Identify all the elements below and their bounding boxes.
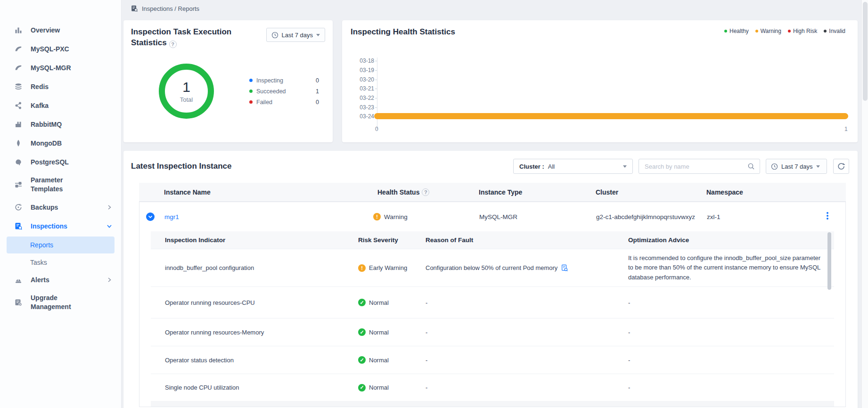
cluster-filter-label: Cluster : <box>519 163 544 170</box>
column-header-instance-type: Instance Type <box>479 183 522 202</box>
sidebar-item-redis[interactable]: Redis <box>0 77 121 96</box>
sidebar-item-reports[interactable]: Reports <box>7 237 115 253</box>
severity-cell: !Early Warning <box>358 249 407 286</box>
sidebar-item-label: Reports <box>30 241 53 249</box>
legend-dot <box>249 100 253 104</box>
table-row: mgr1 !Warning MySQL-MGR g2-c1-abcdefghij… <box>139 202 845 231</box>
column-header-advice: Optimization Advice <box>628 231 689 249</box>
legend-label: Warning <box>761 28 781 34</box>
y-axis-label: 03-24 <box>352 113 374 120</box>
legend-value: 0 <box>316 77 319 84</box>
help-icon[interactable]: ? <box>422 188 429 196</box>
page-scrollbar-thumb[interactable] <box>863 2 868 101</box>
sidebar-item-rabbitmq[interactable]: RabbitMQ <box>0 115 121 134</box>
sidebar-item-label: Redis <box>31 82 49 91</box>
subtable-row: Operator status detection ✓Normal - - <box>151 346 834 374</box>
advice-cell: - <box>628 346 630 374</box>
sidebar-item-overview[interactable]: Overview <box>0 21 121 40</box>
sidebar-item-label: PostgreSQL <box>31 158 69 167</box>
legend-dot <box>249 90 253 93</box>
instance-name-link[interactable]: mgr1 <box>164 202 179 231</box>
latest-inspection-card: Latest Inspection Instance Cluster : All… <box>123 151 858 408</box>
sidebar-item-parameter-templates[interactable]: Parameter Templates <box>0 171 121 198</box>
subtable-row: Operator running resources-Memory ✓Norma… <box>151 318 834 346</box>
page-scrollbar[interactable] <box>861 0 868 408</box>
row-actions-menu[interactable] <box>827 212 828 220</box>
check-icon: ✓ <box>358 356 366 364</box>
chevron-right-icon <box>107 205 112 210</box>
caret-down-icon <box>623 165 627 168</box>
sidebar-item-backups[interactable]: Backups <box>0 198 121 217</box>
severity-cell: ✓Normal <box>358 374 389 401</box>
legend-label: Healthy <box>729 28 749 34</box>
sidebar-item-label: MongoDB <box>31 139 62 148</box>
sidebar-item-alerts[interactable]: Alerts <box>0 270 121 289</box>
sidebar-item-label: Tasks <box>30 259 47 266</box>
cluster-filter-select[interactable]: Cluster : All <box>513 159 633 174</box>
y-axis-label: 03-18 <box>352 57 374 64</box>
next-row-edge <box>151 401 834 407</box>
legend-label: Failed <box>256 99 272 106</box>
advice-cell: - <box>628 287 630 318</box>
subtable-scrollbar[interactable] <box>827 232 831 290</box>
search-icon[interactable] <box>747 163 760 170</box>
sidebar-item-upgrade-management[interactable]: Upgrade Management <box>0 289 121 316</box>
legend-label: Succeeded <box>256 88 286 95</box>
legend-value: 1 <box>316 88 319 95</box>
sidebar-item-label: RabbitMQ <box>31 120 62 129</box>
bar-chart-icon <box>14 26 23 34</box>
legend-label: Invalid <box>829 28 845 34</box>
sidebar-item-tasks[interactable]: Tasks <box>0 254 121 270</box>
sidebar-item-postgresql[interactable]: PostgreSQL <box>0 153 121 171</box>
column-header-reason: Reason of Fault <box>426 231 473 249</box>
donut-total-label: Total <box>180 96 193 103</box>
time-range-label: Last 7 days <box>781 163 813 170</box>
y-axis-label: 03-22 <box>352 95 374 101</box>
column-header-health-status: Health Status? <box>377 183 429 202</box>
legend-item-high-risk: High Risk <box>788 28 817 34</box>
indicator-cell: Single node CPU utilization <box>165 374 239 401</box>
subtable-row: Single node CPU utilization ✓Normal - - <box>151 374 834 401</box>
indicator-cell: innodb_buffer_pool configuration <box>165 249 254 286</box>
check-icon: ✓ <box>358 299 366 306</box>
column-header-instance-name: Instance Name <box>164 183 211 202</box>
help-icon[interactable]: ? <box>169 41 177 48</box>
time-range-dropdown[interactable]: Last 7 days <box>266 28 326 42</box>
kafka-icon <box>14 101 23 110</box>
report-document-icon[interactable] <box>561 264 568 272</box>
collapse-row-button[interactable] <box>146 202 155 231</box>
sidebar-item-label: Inspections <box>31 222 67 231</box>
reason-cell: - <box>426 287 427 318</box>
siren-icon <box>14 276 23 284</box>
sidebar-item-mongodb[interactable]: MongoDB <box>0 134 121 153</box>
y-axis-label: 03-23 <box>352 104 374 111</box>
breadcrumb-path: Inspections / Reports <box>142 5 199 12</box>
namespace-cell: zxl-1 <box>707 202 721 231</box>
refresh-button[interactable] <box>833 159 849 174</box>
sidebar-item-inspections[interactable]: Inspections <box>0 217 121 236</box>
clock-icon <box>271 32 278 39</box>
column-header-cluster: Cluster <box>596 183 618 202</box>
search-box <box>639 159 760 174</box>
advice-cell: - <box>628 318 630 346</box>
instance-table: Instance Name Health Status? Instance Ty… <box>139 183 846 407</box>
time-range-dropdown[interactable]: Last 7 days <box>766 159 827 174</box>
sidebar-item-kafka[interactable]: Kafka <box>0 96 121 115</box>
sidebar-item-mysql-pxc[interactable]: MySQL-PXC <box>0 40 121 58</box>
legend-dot <box>788 30 791 33</box>
advice-cell: - <box>628 374 630 401</box>
time-range-label: Last 7 days <box>282 32 313 39</box>
legend-item-warning: Warning <box>755 28 781 34</box>
cluster-filter-value: All <box>548 163 555 170</box>
sidebar-item-label: Overview <box>31 26 60 35</box>
sidebar-item-label: Parameter Templates <box>31 176 83 194</box>
sidebar: Overview MySQL-PXC MySQL-MGR Redis Kafka… <box>0 0 122 408</box>
dolphin-icon <box>14 45 23 53</box>
rabbit-icon <box>14 120 23 129</box>
reason-cell: - <box>426 346 427 374</box>
severity-cell: ✓Normal <box>358 318 389 346</box>
search-input[interactable] <box>639 163 747 170</box>
sidebar-item-label: MySQL-PXC <box>31 45 69 54</box>
sidebar-item-mysql-mgr[interactable]: MySQL-MGR <box>0 58 121 77</box>
legend-dot <box>824 30 827 33</box>
